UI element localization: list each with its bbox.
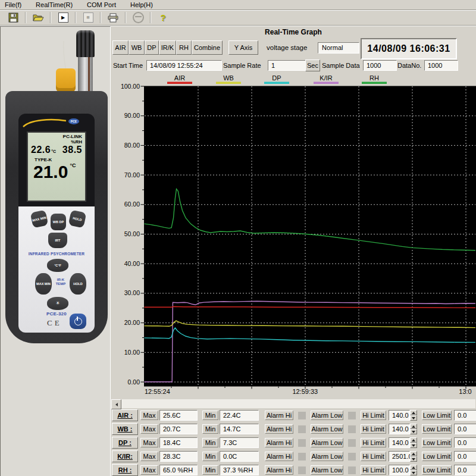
- menu-file[interactable]: File(f): [5, 1, 21, 8]
- device-product-label: INFRARED PSYCHROMETER: [18, 252, 95, 256]
- table-row: WB : Max 20.7C Min 14.7C Alarm Hi Alarm …: [112, 423, 476, 435]
- device-irk-temp-label: IR:K TEMP: [53, 278, 68, 286]
- channel-irk-button[interactable]: IR/K: [159, 40, 176, 55]
- sec-button[interactable]: Sec: [305, 60, 320, 71]
- voltage-stage-field[interactable]: Normal: [318, 42, 359, 54]
- y-axis-label: 50.00: [124, 230, 140, 237]
- disconnect-button[interactable]: [130, 11, 146, 24]
- channel-rh-button[interactable]: RH: [176, 40, 192, 55]
- spin-up-button[interactable]: [410, 424, 417, 429]
- channel-air-button[interactable]: AIR: [112, 40, 129, 55]
- min-label: Min: [202, 465, 218, 475]
- sample-rate-field[interactable]: 1: [268, 60, 308, 71]
- sample-rate-label: Sample Rate: [223, 62, 261, 69]
- open-button[interactable]: [30, 11, 46, 24]
- min-label: Min: [202, 424, 218, 434]
- hi-limit-field[interactable]: 2501.0: [389, 451, 410, 462]
- table-row: K/IR: Max 28.3C Min 0.0C Alarm Hi Alarm …: [112, 450, 476, 462]
- min-value: 22.4C: [220, 410, 259, 421]
- hi-limit-field[interactable]: 140.0: [389, 410, 410, 421]
- max-label: Max: [140, 452, 158, 461]
- print-button[interactable]: [105, 11, 121, 24]
- min-label: Min: [202, 452, 218, 461]
- power-icon: [74, 318, 82, 325]
- alarm-hi-indicator: [298, 466, 306, 474]
- low-limit-field[interactable]: 0.0: [454, 410, 476, 421]
- alarm-low-indicator: [348, 466, 356, 474]
- channel-row-button[interactable]: WB :: [112, 423, 138, 435]
- channel-dp-button[interactable]: DP: [145, 40, 159, 55]
- menu-help[interactable]: Help(H): [130, 1, 153, 8]
- arrow-down-icon: [412, 444, 415, 447]
- legend-color-bar: [216, 82, 241, 84]
- spin-down-button[interactable]: [410, 415, 417, 421]
- help-icon: ?: [160, 12, 165, 23]
- min-label: Min: [202, 438, 218, 447]
- device-irt-button: IRT: [48, 233, 67, 248]
- menu-comport[interactable]: COM Port: [87, 1, 116, 8]
- channel-row-button[interactable]: RH :: [112, 464, 138, 476]
- start-time-field[interactable]: 14/08/09 12:55:24: [146, 60, 222, 71]
- channel-row-button[interactable]: AIR :: [112, 409, 138, 421]
- lcd-screen: PC-LINK %RH 22.6 °C 38.5 TYPE-K 21.0 °C: [27, 131, 86, 202]
- alarm-low-label: Alarm Low: [311, 424, 343, 434]
- hi-limit-field[interactable]: 140.0: [389, 437, 410, 448]
- y-axis-label: 80.00: [124, 142, 140, 149]
- channel-row-button[interactable]: K/IR:: [112, 450, 138, 462]
- legend-color-bar: [167, 82, 192, 84]
- spin-up-button[interactable]: [410, 465, 417, 470]
- graph-scrollbar[interactable]: [111, 399, 475, 408]
- sample-data-field[interactable]: 1000: [363, 60, 397, 71]
- hi-limit-spinner: 140.0: [389, 437, 417, 448]
- data-no-field[interactable]: 1000: [424, 60, 458, 71]
- spin-down-button[interactable]: [410, 443, 417, 448]
- probe-stripe: [88, 57, 90, 92]
- spin-up-button[interactable]: [410, 437, 417, 443]
- lcd-main-value: 21.0: [33, 162, 68, 181]
- y-axis-label: 100.00: [121, 83, 140, 90]
- table-row: AIR : Max 25.6C Min 22.4C Alarm Hi Alarm…: [112, 409, 476, 421]
- y-axis-label: 20.00: [124, 319, 140, 326]
- spin-down-button[interactable]: [410, 429, 417, 434]
- min-value: 37.3 %RH: [220, 465, 259, 475]
- spin-down-button[interactable]: [410, 470, 417, 475]
- low-limit-field[interactable]: 0.0: [454, 465, 476, 475]
- toolbar-separator: [125, 12, 126, 23]
- start-button[interactable]: ▶: [55, 11, 71, 24]
- help-button[interactable]: ?: [155, 11, 171, 24]
- hi-limit-label: Hi Limit: [361, 411, 386, 420]
- device-backlight-button: ☀: [47, 297, 68, 310]
- low-limit-field[interactable]: 0.0: [454, 451, 476, 462]
- spin-down-button[interactable]: [410, 456, 417, 462]
- low-limit-field[interactable]: 0.0: [454, 424, 476, 434]
- low-limit-label: Low Limit: [422, 452, 452, 461]
- save-button[interactable]: [5, 11, 21, 24]
- channel-combine-button[interactable]: Combine: [192, 40, 223, 55]
- y-axis-button[interactable]: Y Axis: [228, 40, 258, 55]
- main-area: PCE PC-LINK %RH 22.6 °C 38.5 TYPE-K 21.0: [0, 26, 476, 476]
- hi-limit-label: Hi Limit: [361, 438, 386, 447]
- channel-row-button[interactable]: DP :: [112, 437, 138, 449]
- y-axis-label: 0.00: [128, 378, 140, 386]
- y-axis-label: 10.00: [124, 349, 140, 356]
- humidity-probe-cap: [76, 30, 95, 57]
- low-limit-label: Low Limit: [422, 424, 452, 434]
- scroll-left-button[interactable]: [111, 399, 121, 409]
- spin-up-button[interactable]: [410, 410, 417, 415]
- menu-bar: File(f) RealTime(R) COM Port Help(H): [0, 0, 476, 10]
- channel-wb-button[interactable]: WB: [129, 40, 145, 55]
- readings-table: AIR : Max 25.6C Min 22.4C Alarm Hi Alarm…: [112, 409, 476, 476]
- spin-up-button[interactable]: [410, 451, 417, 456]
- toolbar-separator: [50, 12, 51, 23]
- menu-realtime[interactable]: RealTime(R): [36, 1, 73, 8]
- device-maxmin2-button: MAX MIN: [35, 273, 52, 295]
- hi-limit-field[interactable]: 100.0: [389, 465, 410, 475]
- hi-limit-field[interactable]: 140.0: [389, 424, 410, 434]
- low-limit-field[interactable]: 0.0: [454, 437, 476, 448]
- stop-button[interactable]: ■: [80, 11, 96, 24]
- alarm-hi-label: Alarm Hi: [265, 438, 293, 447]
- legend-color-bar: [314, 82, 339, 84]
- alarm-hi-label: Alarm Hi: [265, 424, 293, 434]
- hi-limit-spinner: 2501.0: [389, 451, 417, 462]
- legend-color-bar: [264, 82, 289, 84]
